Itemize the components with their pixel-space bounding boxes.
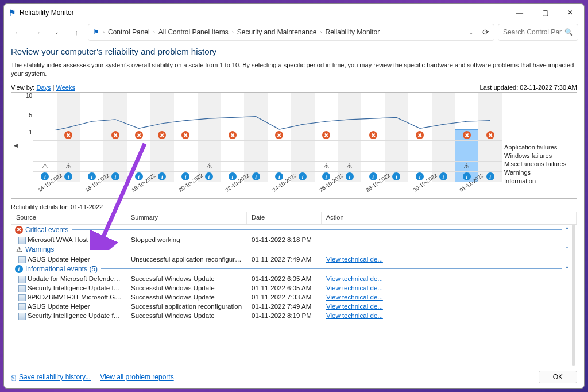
minimize-button[interactable]: —: [507, 5, 532, 21]
titlebar: ⚑ Reliability Monitor — ▢ ✕: [4, 4, 584, 21]
table-row[interactable]: ASUS Update HelperUnsuccessful applicati…: [11, 255, 577, 264]
group-header[interactable]: ✖Critical events˄: [11, 225, 577, 235]
crumb-security[interactable]: Security and Maintenance: [237, 28, 317, 36]
table-header: Source Summary Date Action: [11, 212, 577, 225]
reliability-chart: ◀ 10 5 1 ✖✖✖✖✖✖✖✖✖✖✖✖⚠⚠⚠⚠⚠⚠iiiiiiiiiiiii…: [11, 92, 577, 199]
recent-dropdown[interactable]: ⌄: [49, 24, 65, 40]
view-by-days-link[interactable]: Days: [36, 84, 51, 91]
scroll-left-button[interactable]: ◀: [11, 93, 20, 198]
col-source[interactable]: Source: [11, 212, 126, 224]
footer: ⎘ Save reliability history... View all p…: [4, 366, 584, 388]
col-summary[interactable]: Summary: [126, 212, 247, 224]
page-heading: Review your computer's reliability and p…: [11, 47, 577, 56]
forward-button[interactable]: →: [29, 24, 45, 40]
up-button[interactable]: ↑: [68, 24, 84, 40]
app-flag-icon: ⚑: [9, 8, 16, 17]
flag-icon: ⚑: [93, 28, 99, 36]
address-bar: ← → ⌄ ↑ ⚑ › Control Panel › All Control …: [4, 21, 584, 43]
table-row[interactable]: Update for Microsoft Defender An...Succe…: [11, 274, 577, 283]
close-button[interactable]: ✕: [558, 5, 583, 21]
back-button[interactable]: ←: [10, 24, 26, 40]
crumb-all-items[interactable]: All Control Panel Items: [158, 28, 229, 36]
view-by-row: View by: Days | Weeks Last updated: 02-1…: [11, 84, 577, 91]
table-row[interactable]: 9PKDZBMV1H3T-Microsoft.GetHelpSuccessful…: [11, 293, 577, 302]
search-icon: 🔍: [564, 28, 573, 36]
table-row[interactable]: Security Intelligence Update for M...Suc…: [11, 283, 577, 293]
table-row[interactable]: Microsoft WWA HostStopped working01-11-2…: [11, 235, 577, 244]
group-header[interactable]: ⚠Warnings˄: [11, 244, 577, 255]
copy-icon: ⎘: [11, 373, 16, 382]
search-input[interactable]: [503, 28, 562, 36]
page-description: The stability index assesses your system…: [11, 61, 577, 78]
chevron-right-icon: ›: [320, 29, 322, 35]
chart-legend: Application failures Windows failures Mi…: [502, 93, 577, 198]
last-updated: Last updated: 02-11-2022 7:30 AM: [480, 84, 577, 91]
reliability-monitor-window: ⚑ Reliability Monitor — ▢ ✕ ← → ⌄ ↑ ⚑ › …: [3, 3, 585, 389]
ok-button[interactable]: OK: [539, 371, 577, 383]
col-action[interactable]: Action: [322, 212, 577, 224]
col-date[interactable]: Date: [247, 212, 322, 224]
crumb-reliability[interactable]: Reliability Monitor: [326, 28, 380, 36]
search-box[interactable]: 🔍: [498, 24, 578, 41]
date-axis: 14-10-202216-10-202218-10-202220-10-2022…: [33, 182, 502, 198]
table-row[interactable]: ASUS Update HelperSuccessful application…: [11, 302, 577, 311]
chevron-right-icon: ›: [103, 29, 105, 35]
group-header[interactable]: iInformational events (5)˄: [11, 264, 577, 274]
table-body: ✖Critical events˄Microsoft WWA HostStopp…: [11, 225, 577, 366]
details-table: Source Summary Date Action ✖Critical eve…: [11, 212, 577, 366]
view-by-label: View by:: [11, 84, 34, 91]
save-history-link[interactable]: Save reliability history...: [19, 373, 91, 381]
chevron-right-icon: ›: [232, 29, 234, 35]
breadcrumb[interactable]: ⚑ › Control Panel › All Control Panel It…: [88, 24, 494, 41]
maximize-button[interactable]: ▢: [532, 5, 558, 21]
chevron-down-icon[interactable]: ⌄: [469, 29, 473, 36]
crumb-control-panel[interactable]: Control Panel: [108, 28, 150, 36]
view-all-reports-link[interactable]: View all problem reports: [100, 373, 174, 381]
chevron-right-icon: ›: [153, 29, 155, 35]
table-row[interactable]: Security Intelligence Update for M...Suc…: [11, 311, 577, 320]
details-header: Reliability details for: 01-11-2022: [11, 203, 577, 210]
refresh-icon[interactable]: ⟳: [482, 28, 489, 37]
window-title: Reliability Monitor: [20, 9, 74, 17]
stability-plot[interactable]: [33, 93, 502, 131]
view-by-weeks-link[interactable]: Weeks: [56, 84, 75, 91]
content-area: Review your computer's reliability and p…: [4, 43, 584, 366]
